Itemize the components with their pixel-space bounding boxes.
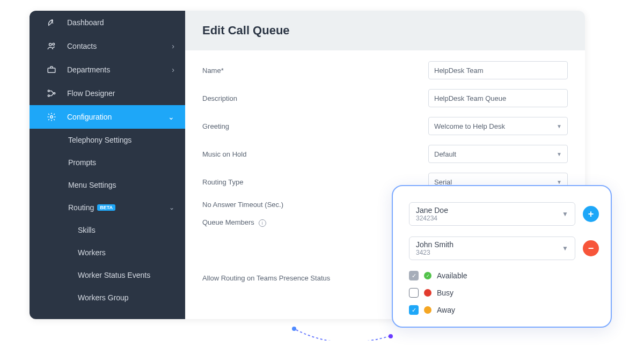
sidebar-sub-label: Workers Group [78,293,129,302]
member-select-john[interactable]: John Smith 3423 ▼ [409,237,575,260]
row-greeting: Greeting Welcome to Help Desk▼ [202,117,568,135]
member-name: Jane Doe [416,206,568,215]
select-music-on-hold[interactable]: Default▼ [428,145,568,163]
member-id: 3423 [416,249,568,256]
svg-point-4 [48,90,49,92]
sidebar-item-departments[interactable]: Departments › [30,58,185,82]
member-id: 324234 [416,215,568,222]
svg-rect-3 [48,68,55,72]
checkbox-busy[interactable] [409,288,419,298]
caret-down-icon: ▼ [557,179,562,185]
svg-point-5 [48,95,49,97]
sidebar-sub-routing[interactable]: Routing BETA ⌄ [30,196,185,219]
svg-point-9 [389,334,393,338]
sidebar-sub-workers[interactable]: Workers [30,241,185,264]
sidebar-sub-workers-group[interactable]: Workers Group [30,286,185,309]
sidebar-item-label: Flow Designer [67,89,115,98]
member-select-jane[interactable]: Jane Doe 324234 ▼ [409,202,575,226]
queue-members-panel: Jane Doe 324234 ▼ + John Smith 3423 ▼ − … [392,185,612,328]
member-row: Jane Doe 324234 ▼ + [409,202,599,226]
select-greeting[interactable]: Welcome to Help Desk▼ [428,117,568,135]
sidebar-sub-label: Prompts [68,158,96,167]
sidebar-sub-telephony-settings[interactable]: Telephony Settings [30,129,185,151]
info-icon[interactable]: i [259,219,266,227]
sidebar-sub-prompts[interactable]: Prompts [30,151,185,174]
remove-member-button[interactable]: − [583,240,599,256]
svg-point-0 [52,20,53,21]
check-icon: ✓ [412,307,416,314]
chevron-down-icon: ⌄ [169,204,174,211]
input-name[interactable]: HelpDesk Team [428,61,568,79]
status-row-away: ✓ Away [409,305,599,315]
label-routing-type: Routing Type [202,178,320,186]
caret-down-icon: ▼ [557,123,562,129]
sidebar-item-label: Departments [67,65,110,74]
caret-down-icon: ▼ [562,210,568,218]
svg-point-2 [53,43,55,45]
label-queue-members: Queue Membersi [202,218,320,227]
sidebar-sub-skills[interactable]: Skills [30,219,185,241]
row-name: Name* HelpDesk Team [202,61,568,79]
chevron-down-icon: ⌄ [168,113,174,121]
select-value: Default [434,150,456,158]
checkbox-available[interactable]: ✓ [409,271,419,280]
select-value: Welcome to Help Desk [434,122,505,130]
label-no-answer-timeout: No Answer Timeout (Sec.) [202,201,320,209]
member-row: John Smith 3423 ▼ − [409,237,599,260]
sidebar-sub-worker-status-events[interactable]: Worker Status Events [30,264,185,286]
sidebar-sub-menu-settings[interactable]: Menu Settings [30,174,185,196]
input-description[interactable]: HelpDesk Team Queue [428,89,568,107]
row-music-on-hold: Music on Hold Default▼ [202,145,568,163]
sidebar-sub-label: Telephony Settings [68,136,131,144]
caret-down-icon: ▼ [562,245,568,252]
users-icon [47,41,56,51]
sidebar-sub-label: Skills [78,226,96,234]
status-row-available: ✓ ✓ Available [409,271,599,280]
status-dot-busy-icon [424,289,431,297]
svg-point-1 [49,43,52,46]
status-row-busy: Busy [409,288,599,298]
sidebar-sub-label: Routing [68,203,94,212]
flow-icon [47,88,56,98]
label-name: Name* [202,67,320,75]
page-header: Edit Call Queue [185,11,585,50]
label-greeting: Greeting [202,122,320,130]
chevron-right-icon: › [172,42,174,50]
add-member-button[interactable]: + [583,206,599,222]
sidebar-item-flow-designer[interactable]: Flow Designer [30,82,185,105]
sidebar-item-label: Dashboard [67,18,104,27]
label-presence-routing: Allow Routing on Teams Presence Status [202,274,330,282]
member-name: John Smith [416,240,568,249]
connector-decoration [290,324,397,341]
sidebar: Dashboard Contacts › Departments › Flow … [30,11,185,319]
sidebar-item-dashboard[interactable]: Dashboard [30,11,185,34]
sidebar-item-configuration[interactable]: Configuration ⌄ [30,105,185,129]
label-music-on-hold: Music on Hold [202,150,320,158]
briefcase-icon [47,65,56,75]
sidebar-item-label: Configuration [67,113,112,121]
status-dot-away-icon [424,306,431,314]
checkbox-away[interactable]: ✓ [409,305,419,315]
sidebar-item-contacts[interactable]: Contacts › [30,34,185,58]
row-description: Description HelpDesk Team Queue [202,89,568,107]
svg-point-8 [292,327,296,331]
status-label: Busy [437,289,453,297]
label-description: Description [202,94,320,102]
check-icon: ✓ [412,272,416,279]
caret-down-icon: ▼ [557,151,562,157]
chevron-right-icon: › [172,65,174,74]
beta-badge: BETA [97,204,115,211]
sidebar-sub-label: Workers [78,248,106,257]
status-label: Available [437,271,467,280]
rocket-icon [47,18,56,27]
sidebar-item-label: Contacts [67,42,97,50]
gear-icon [47,112,56,122]
status-dot-available-icon: ✓ [424,272,431,279]
status-label: Away [437,306,455,314]
sidebar-sub-label: Worker Status Events [78,271,150,279]
sidebar-sub-label: Menu Settings [68,181,116,189]
page-title: Edit Call Queue [202,24,568,38]
svg-point-7 [50,116,53,119]
